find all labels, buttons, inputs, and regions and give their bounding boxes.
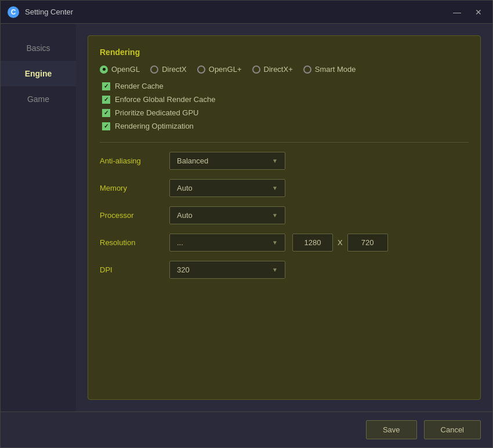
radio-opengl-plus[interactable]: OpenGL+ bbox=[197, 65, 242, 74]
sidebar-item-basics[interactable]: Basics bbox=[1, 35, 76, 61]
main-window: C Setting Center — ✕ Basics Engine Game … bbox=[0, 0, 493, 448]
checkbox-prioritize-gpu-box bbox=[102, 109, 110, 117]
resolution-height-input[interactable] bbox=[347, 234, 388, 252]
radio-directx[interactable]: DirectX bbox=[150, 65, 187, 74]
radio-directx-plus[interactable]: DirectX+ bbox=[252, 65, 293, 74]
rendering-radio-group: OpenGL DirectX OpenGL+ DirectX+ bbox=[100, 65, 469, 74]
checkbox-rendering-opt[interactable]: Rendering Optimization bbox=[102, 122, 469, 130]
radio-smart-mode-indicator bbox=[303, 65, 311, 74]
radio-directx-indicator bbox=[150, 65, 158, 74]
resolution-row: Resolution ... ▼ X bbox=[100, 234, 469, 252]
radio-opengl[interactable]: OpenGL bbox=[100, 65, 140, 74]
resolution-x-separator: X bbox=[338, 238, 343, 247]
memory-label: Memory bbox=[100, 184, 169, 192]
sidebar: Basics Engine Game bbox=[1, 24, 76, 411]
footer: Save Cancel bbox=[1, 411, 492, 447]
content-area: Basics Engine Game Rendering OpenGL bbox=[1, 24, 492, 411]
resolution-label: Resolution bbox=[100, 238, 169, 247]
main-content: Rendering OpenGL DirectX OpenGL+ bbox=[76, 24, 492, 411]
settings-panel: Rendering OpenGL DirectX OpenGL+ bbox=[88, 35, 481, 400]
section-divider bbox=[100, 142, 469, 143]
app-icon: C bbox=[8, 6, 19, 18]
memory-dropdown-arrow: ▼ bbox=[272, 185, 278, 191]
processor-label: Processor bbox=[100, 211, 169, 220]
checkbox-enforce-global[interactable]: Enforce Global Render Cache bbox=[102, 95, 469, 104]
memory-dropdown[interactable]: Auto ▼ bbox=[169, 179, 285, 197]
dpi-row: DPI 320 ▼ bbox=[100, 261, 469, 279]
processor-dropdown[interactable]: Auto ▼ bbox=[169, 206, 285, 224]
checkbox-render-cache-box bbox=[102, 82, 110, 90]
checkbox-prioritize-gpu[interactable]: Prioritize Dedicated GPU bbox=[102, 108, 469, 117]
resolution-width-input[interactable] bbox=[292, 234, 333, 252]
radio-smart-mode[interactable]: Smart Mode bbox=[303, 65, 356, 74]
resolution-dropdown[interactable]: ... ▼ bbox=[169, 234, 285, 252]
processor-dropdown-arrow: ▼ bbox=[272, 212, 278, 218]
anti-aliasing-dropdown[interactable]: Balanced ▼ bbox=[169, 152, 285, 170]
memory-row: Memory Auto ▼ bbox=[100, 179, 469, 197]
rendering-checkboxes: Render Cache Enforce Global Render Cache… bbox=[100, 82, 469, 130]
sidebar-item-game[interactable]: Game bbox=[1, 86, 76, 112]
save-button[interactable]: Save bbox=[366, 420, 417, 439]
sidebar-item-engine[interactable]: Engine bbox=[1, 61, 76, 86]
window-title: Setting Center bbox=[25, 8, 449, 16]
rendering-section-title: Rendering bbox=[100, 48, 469, 57]
anti-aliasing-row: Anti-aliasing Balanced ▼ bbox=[100, 152, 469, 170]
dpi-dropdown[interactable]: 320 ▼ bbox=[169, 261, 285, 279]
radio-opengl-indicator bbox=[100, 65, 108, 74]
anti-aliasing-label: Anti-aliasing bbox=[100, 156, 169, 165]
close-button[interactable]: ✕ bbox=[472, 6, 485, 18]
checkbox-rendering-opt-box bbox=[102, 122, 110, 130]
dpi-label: DPI bbox=[100, 265, 169, 274]
resolution-inputs: X bbox=[292, 234, 388, 252]
radio-directx-plus-indicator bbox=[252, 65, 260, 74]
title-bar: C Setting Center — ✕ bbox=[1, 1, 492, 24]
resolution-dropdown-arrow: ▼ bbox=[272, 239, 278, 246]
anti-aliasing-dropdown-arrow: ▼ bbox=[272, 158, 278, 164]
minimize-button[interactable]: — bbox=[449, 6, 465, 18]
dpi-dropdown-arrow: ▼ bbox=[272, 267, 278, 273]
cancel-button[interactable]: Cancel bbox=[424, 420, 481, 439]
processor-row: Processor Auto ▼ bbox=[100, 206, 469, 224]
radio-opengl-plus-indicator bbox=[197, 65, 205, 74]
checkbox-render-cache[interactable]: Render Cache bbox=[102, 82, 469, 90]
window-controls: — ✕ bbox=[449, 6, 485, 18]
checkbox-enforce-global-box bbox=[102, 96, 110, 104]
